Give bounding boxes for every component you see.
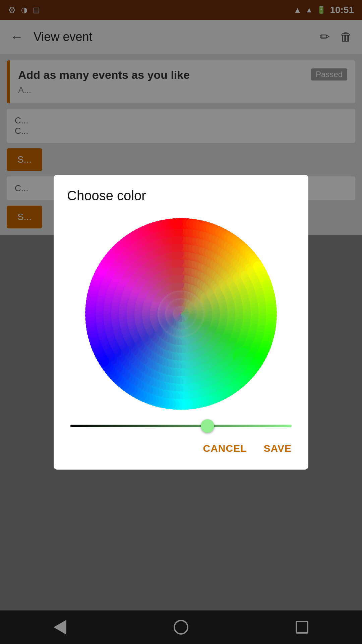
dialog-buttons: CANCEL SAVE <box>67 439 295 458</box>
cancel-button[interactable]: CANCEL <box>200 439 250 458</box>
brightness-slider-container <box>67 425 295 427</box>
dialog-overlay: Choose color CANCEL SAVE <box>0 0 362 644</box>
save-button[interactable]: SAVE <box>260 439 295 458</box>
dialog-title: Choose color <box>67 188 295 203</box>
brightness-slider-thumb[interactable] <box>201 419 214 433</box>
brightness-slider-track[interactable] <box>70 425 292 427</box>
color-wheel-svg[interactable] <box>80 213 282 415</box>
color-wheel-container[interactable] <box>67 213 295 415</box>
color-picker-dialog: Choose color CANCEL SAVE <box>54 175 308 470</box>
svg-point-1078 <box>172 218 183 229</box>
